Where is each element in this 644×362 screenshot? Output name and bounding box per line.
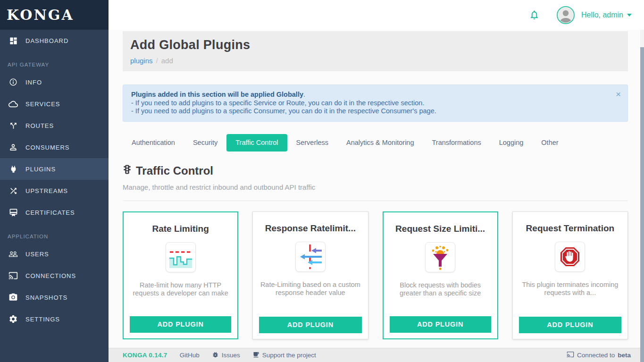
global-plugins-alert: Plugins added in this section will be ap… <box>123 84 628 122</box>
tab-traffic-control[interactable]: Traffic Control <box>226 134 287 152</box>
plug-icon <box>8 164 18 174</box>
tab-transformations[interactable]: Transformations <box>423 134 490 152</box>
alert-title-line: Plugins added in this section will be ap… <box>131 91 609 99</box>
sidebar-item-snapshots[interactable]: SNAPSHOTS <box>0 286 109 308</box>
sidebar-item-upstreams[interactable]: UPSTREAMS <box>0 180 109 202</box>
sidebar-item-consumers[interactable]: CONSUMERS <box>0 136 109 158</box>
sidebar-item-label: INFO <box>25 79 42 86</box>
konga-version: KONGA 0.14.7 <box>123 352 167 359</box>
sidebar-item-label: CONNECTIONS <box>25 272 76 279</box>
sidebar-item-settings[interactable]: SETTINGS <box>0 308 109 330</box>
tab-other[interactable]: Other <box>532 134 567 152</box>
breadcrumb: plugins/add <box>130 57 619 65</box>
caret-down-icon <box>627 14 632 17</box>
issues-link[interactable]: Issues <box>212 351 240 360</box>
sidebar-item-services[interactable]: SERVICES <box>0 93 109 115</box>
alert-line2: - If you need to add plugins to a specif… <box>131 107 609 116</box>
plugin-card-description: Rate-Limiting based on a custom response… <box>259 281 362 297</box>
konga-logo[interactable]: KONGA <box>0 0 109 30</box>
response-ratelimiting-icon <box>295 242 326 272</box>
cast-icon <box>567 351 574 360</box>
plugin-card-title: Rate Limiting <box>124 224 237 234</box>
support-link[interactable]: Support the project <box>252 351 316 360</box>
tab-logging[interactable]: Logging <box>490 134 533 152</box>
divider <box>123 201 628 201</box>
sidebar-item-routes[interactable]: ROUTES <box>0 115 109 136</box>
rate-limiting-icon <box>166 242 196 272</box>
sidebar-section-application: APPLICATION <box>0 223 109 243</box>
call-split-icon <box>8 121 18 130</box>
plugin-card-description: Rate-limit how many HTTP requests a deve… <box>129 281 232 298</box>
plugin-card-rate-limiting: Rate Limiting Rate-limit how many HTTP r… <box>123 211 238 339</box>
sidebar-item-label: SNAPSHOTS <box>25 294 67 301</box>
sidebar-item-label: PLUGINS <box>25 166 56 173</box>
plugin-category-tabs: Authentication Security Traffic Control … <box>123 134 628 152</box>
github-link[interactable]: GitHub <box>180 352 200 359</box>
dashboard-icon <box>8 36 18 45</box>
section-subtitle: Manage, throttle and restrict inbound an… <box>123 183 640 191</box>
sidebar-item-label: UPSTREAMS <box>25 187 68 194</box>
add-plugin-button[interactable]: ADD PLUGIN <box>259 317 361 333</box>
section-title: Traffic Control <box>136 164 213 177</box>
plugin-card-description: This plugin terminates incoming requests… <box>519 281 622 297</box>
sidebar-item-users[interactable]: USERS <box>0 243 109 265</box>
sidebar-item-label: CONSUMERS <box>25 144 70 151</box>
mug-icon <box>252 351 259 360</box>
traffic-light-icon <box>123 164 132 177</box>
bug-icon <box>212 351 219 360</box>
breadcrumb-separator: / <box>156 57 158 65</box>
request-size-limiting-icon <box>425 242 455 272</box>
plugin-card-response-ratelimiting: Response Ratelimit... Rate-Limiting base… <box>252 211 368 339</box>
plugin-cards: Rate Limiting Rate-limit how many HTTP r… <box>123 211 628 339</box>
plugin-card-request-termination: Request Termination This plugin terminat… <box>512 211 628 339</box>
support-label: Support the project <box>262 352 316 359</box>
close-icon[interactable]: × <box>616 90 621 99</box>
page-title: Add Global Plugins <box>130 38 619 52</box>
alert-line1: - If you need to add plugins to a specif… <box>131 99 609 108</box>
sidebar-item-dashboard[interactable]: DASHBOARD <box>0 30 109 51</box>
sidebar-item-info[interactable]: INFO <box>0 71 109 93</box>
sidebar-item-label: USERS <box>25 251 49 258</box>
bell-icon[interactable] <box>529 9 540 20</box>
tab-authentication[interactable]: Authentication <box>123 134 184 152</box>
avatar[interactable] <box>557 6 575 24</box>
tab-analytics-monitoring[interactable]: Analytics & Monitoring <box>337 134 423 152</box>
sidebar-item-label: ROUTES <box>25 122 54 129</box>
section-heading: Traffic Control <box>123 164 640 177</box>
scrollbar-thumb[interactable] <box>640 47 644 362</box>
connection-status: Connected to beta <box>567 351 631 360</box>
sidebar: KONGA DASHBOARD API GATEWAY INFO SERVICE… <box>0 0 109 362</box>
connection-name: beta <box>618 352 631 359</box>
connected-to-label: Connected to <box>577 352 615 359</box>
plugin-card-title: Response Ratelimit... <box>253 223 368 234</box>
add-plugin-button[interactable]: ADD PLUGIN <box>130 316 231 333</box>
topbar: Hello, admin <box>109 0 644 30</box>
user-menu[interactable]: Hello, admin <box>581 11 632 19</box>
add-plugin-button[interactable]: ADD PLUGIN <box>390 316 491 333</box>
people-icon <box>8 249 18 259</box>
page-header: Add Global Plugins plugins/add <box>123 31 628 71</box>
issues-label: Issues <box>222 352 240 359</box>
cast-icon <box>8 271 18 280</box>
add-plugin-button[interactable]: ADD PLUGIN <box>519 317 621 333</box>
certificate-icon <box>8 208 18 217</box>
footer: KONGA 0.14.7 GitHub Issues Support the p… <box>109 348 644 362</box>
sidebar-item-label: SERVICES <box>25 101 60 108</box>
scrollbar-track[interactable] <box>640 30 644 362</box>
sidebar-item-label: SETTINGS <box>25 316 60 323</box>
sidebar-item-plugins[interactable]: PLUGINS <box>0 158 109 180</box>
request-termination-icon <box>555 242 585 272</box>
greeting-label: Hello, admin <box>581 11 623 19</box>
breadcrumb-link-plugins[interactable]: plugins <box>130 57 153 65</box>
plugin-card-title: Request Size Limiti... <box>384 224 497 234</box>
person-icon <box>8 143 18 152</box>
tab-security[interactable]: Security <box>184 134 226 152</box>
sidebar-item-label: DASHBOARD <box>25 37 68 44</box>
alert-title-suffix: . <box>303 91 305 98</box>
tab-serverless[interactable]: Serverless <box>287 134 338 152</box>
sidebar-item-connections[interactable]: CONNECTIONS <box>0 265 109 286</box>
gear-icon <box>8 314 18 324</box>
breadcrumb-current: add <box>161 57 173 65</box>
sidebar-item-certificates[interactable]: CERTIFICATES <box>0 202 109 223</box>
info-icon <box>8 77 18 87</box>
